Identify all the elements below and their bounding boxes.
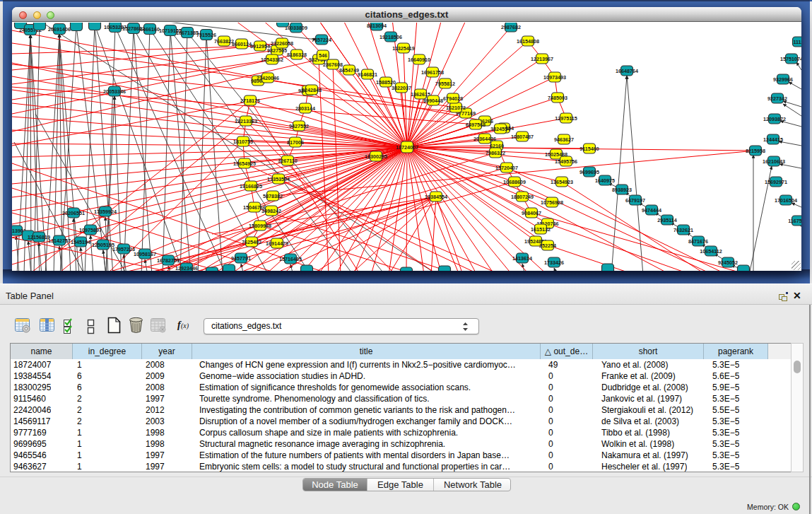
svg-text:15751074: 15751074 <box>780 56 801 62</box>
svg-text:7986322: 7986322 <box>486 150 505 156</box>
svg-text:9474444: 9474444 <box>642 207 661 214</box>
svg-text:12505195: 12505195 <box>92 242 114 248</box>
svg-text:16648764: 16648764 <box>616 68 638 74</box>
svg-text:1413614: 1413614 <box>512 255 532 262</box>
svg-text:7632621: 7632621 <box>673 227 693 233</box>
svg-text:8186328: 8186328 <box>287 52 307 58</box>
svg-text:17957223: 17957223 <box>112 246 135 252</box>
svg-text:2987682: 2987682 <box>501 24 521 30</box>
svg-text:20206551: 20206551 <box>62 210 85 216</box>
svg-text:9115460: 9115460 <box>579 146 599 152</box>
svg-text:(x): (x) <box>181 322 189 330</box>
svg-text:7663822: 7663822 <box>214 38 234 45</box>
svg-text:11325419: 11325419 <box>392 45 415 52</box>
svg-text:3498242: 3498242 <box>261 208 281 214</box>
svg-text:10543362: 10543362 <box>261 57 283 63</box>
svg-text:17359924: 17359924 <box>94 209 117 215</box>
svg-text:8938923: 8938923 <box>612 187 632 193</box>
svg-text:1362615: 1362615 <box>411 91 430 98</box>
svg-text:3267110: 3267110 <box>278 158 298 164</box>
svg-text:19654925: 19654925 <box>233 160 256 167</box>
svg-text:19166825: 19166825 <box>240 183 262 189</box>
svg-text:1545194: 1545194 <box>71 239 90 245</box>
svg-text:8813094: 8813094 <box>367 23 387 29</box>
svg-text:10654112: 10654112 <box>700 248 722 255</box>
svg-text:23420046: 23420046 <box>257 75 279 81</box>
svg-text:9245052: 9245052 <box>718 259 738 266</box>
svg-text:16640910: 16640910 <box>408 57 430 63</box>
svg-text:817006: 817006 <box>287 139 304 146</box>
svg-text:23226058: 23226058 <box>271 40 293 47</box>
svg-text:9463627: 9463627 <box>554 136 574 143</box>
svg-text:13353594: 13353594 <box>267 176 290 182</box>
svg-text:16782759: 16782759 <box>157 257 180 264</box>
svg-text:20691406: 20691406 <box>48 26 71 33</box>
svg-text:16671385: 16671385 <box>176 30 199 36</box>
svg-text:10975897: 10975897 <box>79 227 102 233</box>
svg-text:12923446: 12923446 <box>175 265 198 271</box>
svg-text:1244415: 1244415 <box>763 136 783 143</box>
svg-text:252254: 252254 <box>539 243 556 249</box>
svg-text:8454749: 8454749 <box>339 67 359 74</box>
svg-text:16210643: 16210643 <box>763 158 785 165</box>
svg-text:13654923: 13654923 <box>551 179 573 185</box>
svg-text:10973493: 10973493 <box>543 74 566 81</box>
svg-text:20364436: 20364436 <box>473 136 496 142</box>
svg-text:8471676: 8471676 <box>688 238 708 245</box>
svg-text:6466160: 6466160 <box>140 26 160 33</box>
svg-text:7625402: 7625402 <box>242 239 261 245</box>
svg-text:20053346: 20053346 <box>103 88 126 95</box>
svg-text:16914479: 16914479 <box>266 240 288 247</box>
svg-text:1615132: 1615132 <box>531 226 551 233</box>
svg-text:1621072: 1621072 <box>446 105 466 111</box>
svg-text:15720407: 15720407 <box>495 165 518 171</box>
svg-text:8990448: 8990448 <box>423 98 443 104</box>
svg-text:9227342: 9227342 <box>767 95 787 102</box>
svg-text:1810755: 1810755 <box>233 139 253 145</box>
svg-text:19384554: 19384554 <box>425 194 447 200</box>
svg-text:18807249: 18807249 <box>511 194 534 200</box>
svg-text:3824554: 3824554 <box>490 126 510 132</box>
svg-text:15809948: 15809948 <box>249 223 271 229</box>
svg-text:15692971: 15692971 <box>765 179 787 185</box>
svg-text:12213363: 12213363 <box>235 118 257 124</box>
svg-text:13142757: 13142757 <box>48 238 71 244</box>
svg-text:3822037: 3822037 <box>392 85 411 91</box>
svg-text:7357224: 7357224 <box>312 37 331 43</box>
svg-text:2803144: 2803144 <box>295 105 315 112</box>
svg-text:5878382: 5878382 <box>263 193 283 199</box>
svg-text:16154808: 16154808 <box>517 38 539 45</box>
svg-text:12156819: 12156819 <box>28 234 50 240</box>
svg-text:15495756: 15495756 <box>555 158 577 165</box>
svg-text:1167534: 1167534 <box>788 218 801 224</box>
svg-text:6794028: 6794028 <box>443 95 463 102</box>
svg-text:10756928: 10756928 <box>541 199 563 206</box>
svg-text:9084067: 9084067 <box>522 210 541 216</box>
svg-text:9329966: 9329966 <box>773 76 793 83</box>
svg-text:6497568: 6497568 <box>466 122 486 128</box>
svg-text:8660124: 8660124 <box>232 41 252 47</box>
svg-text:12975115: 12975115 <box>555 115 577 122</box>
svg-text:9699695: 9699695 <box>579 169 599 175</box>
svg-text:1640975: 1640975 <box>595 177 615 184</box>
svg-text:9146821: 9146821 <box>358 71 377 78</box>
svg-text:15716485: 15716485 <box>279 256 302 262</box>
svg-text:1112: 1112 <box>793 39 801 45</box>
svg-text:2935114: 2935114 <box>657 217 677 223</box>
svg-text:19218506: 19218506 <box>379 34 402 40</box>
svg-text:10958167: 10958167 <box>134 251 156 257</box>
svg-text:18300295: 18300295 <box>365 153 387 160</box>
svg-text:7515526: 7515526 <box>196 32 216 38</box>
svg-text:9457791: 9457791 <box>231 255 251 262</box>
svg-text:18724007: 18724007 <box>396 144 418 151</box>
svg-text:2718176: 2718176 <box>240 98 260 104</box>
svg-text:10688609: 10688609 <box>503 179 526 185</box>
svg-text:12093872: 12093872 <box>763 116 786 122</box>
svg-text:9242848: 9242848 <box>302 87 322 93</box>
svg-text:546: 546 <box>319 52 327 59</box>
svg-text:1733426: 1733426 <box>544 259 564 266</box>
svg-text:7485003: 7485003 <box>548 95 567 101</box>
svg-text:9427552: 9427552 <box>289 123 309 129</box>
svg-text:8215958: 8215958 <box>746 148 765 154</box>
svg-text:7955812: 7955812 <box>435 81 455 87</box>
